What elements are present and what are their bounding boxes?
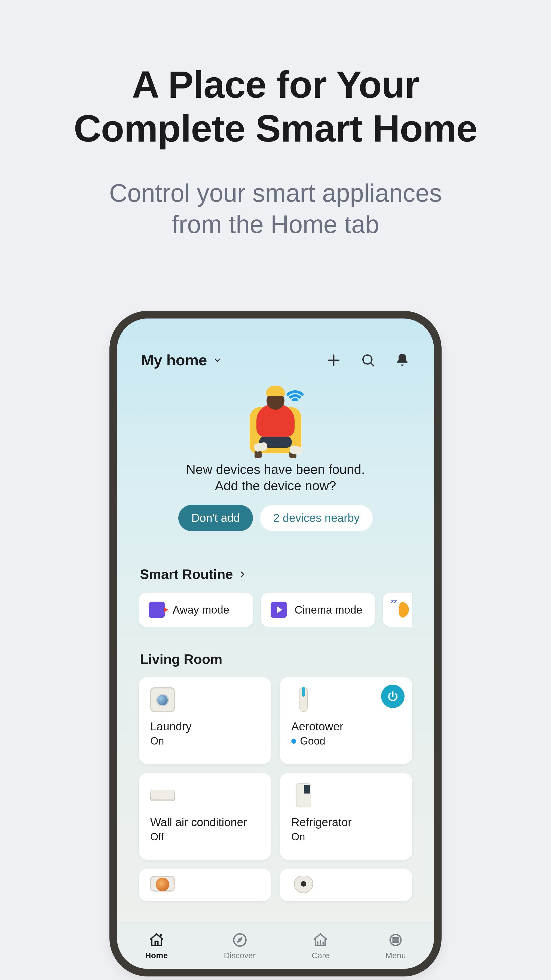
svg-point-6: [234, 934, 246, 946]
device-card-wall-ac[interactable]: Wall air conditioner Off: [139, 773, 271, 860]
routine-card-sleep[interactable]: Sle: [383, 593, 412, 627]
nav-label: Care: [312, 951, 330, 960]
device-card-refrigerator[interactable]: Refrigerator On: [280, 773, 412, 860]
svg-line-3: [371, 363, 374, 366]
svg-point-5: [159, 934, 162, 937]
chevron-down-icon: [213, 355, 222, 365]
oven-icon: [150, 876, 175, 891]
bell-icon[interactable]: [395, 353, 410, 368]
device-status: Good: [291, 735, 401, 747]
home-name: My home: [141, 351, 207, 369]
device-name: Aerotower: [291, 720, 401, 733]
device-grid: Laundry On Aerotower Good Wa: [139, 677, 412, 901]
nav-label: Discover: [224, 951, 256, 960]
nav-label: Home: [145, 951, 168, 960]
routine-card-away[interactable]: Away mode: [139, 593, 253, 627]
search-icon[interactable]: [360, 353, 376, 368]
device-name: Refrigerator: [291, 816, 401, 829]
device-status: On: [150, 735, 260, 747]
routine-row: Away mode Cinema mode Sle: [139, 593, 412, 627]
dont-add-button[interactable]: Don't add: [178, 505, 253, 531]
hero-line2: Add the device now?: [215, 479, 336, 493]
nav-home[interactable]: Home: [145, 932, 168, 960]
room-heading: Living Room: [139, 651, 412, 667]
device-card-aerotower[interactable]: Aerotower Good: [280, 677, 412, 764]
routine-card-cinema[interactable]: Cinema mode: [261, 593, 375, 627]
nav-label: Menu: [385, 951, 406, 960]
marketing-subhead: Control your smart appliances from the H…: [109, 178, 442, 240]
device-name: Laundry: [150, 720, 260, 733]
svg-rect-4: [155, 941, 158, 945]
power-button[interactable]: [381, 685, 404, 708]
marketing-headline: A Place for Your Complete Smart Home: [74, 63, 477, 150]
subhead-line1: Control your smart appliances: [109, 179, 442, 207]
hero-line1: New devices have been found.: [186, 462, 365, 477]
moon-sleep-icon: [393, 601, 409, 618]
svg-marker-7: [238, 938, 242, 942]
nav-care[interactable]: Care: [312, 932, 330, 960]
device-card-laundry[interactable]: Laundry On: [139, 677, 271, 764]
status-dot-icon: [291, 739, 296, 744]
phone-mockup: My home: [110, 311, 441, 977]
play-icon: [271, 601, 287, 618]
hero-banner: New devices have been found. Add the dev…: [139, 382, 412, 531]
nav-menu[interactable]: Menu: [385, 932, 406, 960]
bottom-nav: Home Discover Care: [117, 923, 434, 969]
device-name: Wall air conditioner: [150, 816, 260, 829]
smart-routine-heading[interactable]: Smart Routine: [139, 566, 412, 582]
device-status-text: Good: [300, 735, 325, 747]
app-bar: My home: [139, 351, 412, 369]
hero-illustration: [240, 382, 311, 453]
add-icon[interactable]: [326, 353, 341, 368]
door-exit-icon: [149, 601, 165, 618]
refrigerator-icon: [291, 783, 316, 808]
routine-label: Cinema mode: [295, 604, 362, 616]
signal-icon: [284, 383, 306, 405]
robot-icon: [291, 876, 316, 893]
device-card-partial-1[interactable]: [139, 869, 271, 901]
headline-line2: Complete Smart Home: [74, 107, 477, 150]
home-selector[interactable]: My home: [141, 351, 222, 369]
chevron-right-icon: [238, 570, 247, 579]
nav-discover[interactable]: Discover: [224, 932, 256, 960]
routine-label: Away mode: [173, 604, 229, 616]
aerotower-icon: [291, 687, 316, 712]
devices-nearby-button[interactable]: 2 devices nearby: [260, 505, 373, 531]
smart-routine-title: Smart Routine: [140, 566, 233, 582]
wall-ac-icon: [150, 783, 175, 808]
washer-icon: [150, 687, 175, 712]
headline-line1: A Place for Your: [132, 63, 419, 106]
subhead-line2: from the Home tab: [172, 210, 379, 238]
device-card-partial-2[interactable]: [280, 869, 412, 901]
device-status: On: [291, 831, 401, 843]
device-status: Off: [150, 831, 260, 843]
